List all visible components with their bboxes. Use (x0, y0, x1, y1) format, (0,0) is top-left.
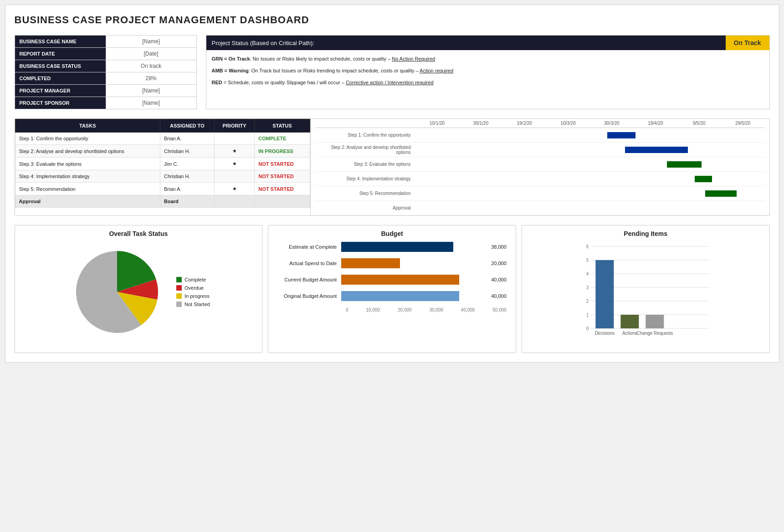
top-section: BUSINESS CASE NAME[Name]REPORT DATE[Date… (15, 35, 770, 109)
budget-value: 20,000 (491, 261, 507, 266)
budget-axis-label: 40,000 (461, 307, 475, 312)
budget-axis-label: 30,000 (429, 307, 443, 312)
budget-row: Original Budget Amount 40,000 (277, 291, 507, 301)
gantt-row: Step 5: Recommendation (315, 186, 765, 201)
budget-value: 40,000 (491, 293, 507, 299)
budget-row-label: Original Budget Amount (277, 293, 341, 299)
pie-card: Overall Task Status CompleteOverdueIn pr… (15, 225, 263, 353)
table-row: Step 4: Implementation strategy Christia… (15, 170, 310, 183)
gantt-row-label: Step 3: Evaluate the options (315, 162, 415, 167)
legend-color (176, 302, 182, 307)
info-label: COMPLETED (15, 72, 106, 85)
info-row: COMPLETED28% (15, 72, 196, 85)
pie-title: Overall Task Status (20, 230, 258, 237)
svg-text:1: 1 (586, 312, 589, 317)
info-label: BUSINESS CASE STATUS (15, 60, 106, 72)
gantt-date-label: 19/4/20 (634, 119, 677, 128)
gantt-date-label: 30/1/20 (459, 119, 502, 128)
legend-item: Overdue (176, 285, 210, 291)
table-row: Step 3: Evaluate the options Jim C. ★ NO… (15, 158, 310, 170)
gantt-bar (705, 190, 737, 197)
budget-bar (341, 242, 453, 252)
task-status: NOT STARTED (255, 158, 310, 170)
col-assigned: ASSIGNED TO (160, 119, 214, 133)
pending-bar (620, 315, 639, 328)
gantt-bar (695, 176, 712, 182)
gantt-date-label: 29/5/20 (721, 119, 765, 128)
info-label: PROJECT SPONSOR (15, 97, 106, 109)
svg-text:4: 4 (586, 271, 589, 276)
legend-red: RED = Schedule, costs or quality Slippag… (212, 77, 764, 87)
task-assigned: Christian H. (160, 170, 214, 183)
svg-text:0: 0 (586, 326, 589, 331)
pending-bar-label: Decisions (595, 331, 615, 336)
gantt-date-label: 10/1/20 (415, 119, 459, 128)
task-name: Step 5: Recommendation (15, 183, 160, 195)
legend-item: Complete (176, 277, 210, 282)
budget-row: Actual Spend to Date 20,000 (277, 258, 507, 268)
gantt-row-label: Step 5: Recommendation (315, 191, 415, 196)
gantt-row-label: Step 4: Implementation strategy (315, 176, 415, 181)
approval-task: Approval (15, 195, 160, 208)
info-row: PROJECT MANAGER[Name] (15, 85, 196, 97)
gantt-bar (607, 132, 635, 138)
task-priority: ★ (214, 145, 254, 158)
pending-svg: 0123456DecisionsActionsChange Requests (531, 242, 760, 347)
gantt-row: Step 3: Evaluate the options (315, 157, 765, 172)
info-value: [Date] (106, 48, 196, 60)
table-row: Step 2: Analyse and develop shortlisted … (15, 145, 310, 158)
budget-card: Budget Estimate at Complete 38,000 Actua… (268, 225, 516, 353)
gantt-date-label: 10/3/20 (546, 119, 590, 128)
info-row: PROJECT SPONSOR[Name] (15, 97, 196, 109)
budget-bar (341, 291, 459, 301)
approval-row: ApprovalBoard (15, 195, 310, 208)
legend-color (176, 285, 182, 291)
legend-label: Complete (184, 277, 206, 282)
gantt-header: 10/1/2030/1/2019/2/2010/3/2030/3/2019/4/… (315, 119, 765, 128)
page-title: BUSINESS CASE PROJECT MANAGEMENT DASHBOA… (15, 14, 770, 26)
gantt-date-label: 19/2/20 (502, 119, 546, 128)
budget-chart: Estimate at Complete 38,000 Actual Spend… (273, 242, 511, 312)
gantt-row: Step 4: Implementation strategy (315, 172, 765, 186)
status-legend: GRN = On Track: No Issues or Risks likel… (206, 50, 769, 93)
task-table-wrap: TASKS ASSIGNED TO PRIORITY STATUS Step 1… (15, 119, 310, 215)
info-value: [Name] (106, 85, 196, 97)
bottom-section: Overall Task Status CompleteOverdueIn pr… (15, 225, 770, 353)
svg-text:6: 6 (586, 244, 589, 249)
pie-svg (67, 242, 167, 342)
info-table: BUSINESS CASE NAME[Name]REPORT DATE[Date… (15, 35, 197, 109)
task-name: Step 4: Implementation strategy (15, 170, 160, 183)
gantt-bar (625, 147, 688, 153)
task-table: TASKS ASSIGNED TO PRIORITY STATUS Step 1… (15, 119, 310, 208)
gantt-container: 10/1/2030/1/2019/2/2010/3/2030/3/2019/4/… (311, 119, 769, 215)
approval-assigned: Board (160, 195, 214, 208)
budget-row: Estimate at Complete 38,000 (277, 242, 507, 252)
legend-label: Overdue (184, 285, 204, 291)
legend-item: Not Started (176, 302, 210, 307)
budget-axis-label: 20,000 (398, 307, 412, 312)
budget-bar-wrap (341, 242, 488, 252)
task-priority (214, 170, 254, 183)
budget-axis-label: 0 (346, 307, 348, 312)
budget-value: 38,000 (491, 244, 507, 250)
pending-chart: 0123456DecisionsActionsChange Requests (527, 242, 765, 348)
pending-bar-label: Change Requests (636, 331, 673, 336)
pending-bar (646, 315, 664, 328)
pie-container: CompleteOverdueIn progressNot Started (20, 242, 258, 342)
pending-title: Pending Items (527, 230, 765, 237)
middle-section: TASKS ASSIGNED TO PRIORITY STATUS Step 1… (15, 118, 770, 216)
task-priority: ★ (214, 158, 254, 170)
task-status: NOT STARTED (255, 183, 310, 195)
info-row: REPORT DATE[Date] (15, 48, 196, 60)
info-label: BUSINESS CASE NAME (15, 36, 106, 48)
gantt-row: Approval (315, 201, 765, 215)
svg-text:2: 2 (586, 299, 589, 304)
task-status: NOT STARTED (255, 170, 310, 183)
budget-row-label: Estimate at Complete (277, 244, 341, 250)
budget-title: Budget (273, 230, 511, 237)
info-value: [Name] (106, 36, 196, 48)
task-name: Step 2: Analyse and develop shortlisted … (15, 145, 160, 158)
task-priority (214, 133, 254, 145)
legend-color (176, 277, 182, 282)
budget-row-label: Current Budget Amount (277, 277, 341, 282)
